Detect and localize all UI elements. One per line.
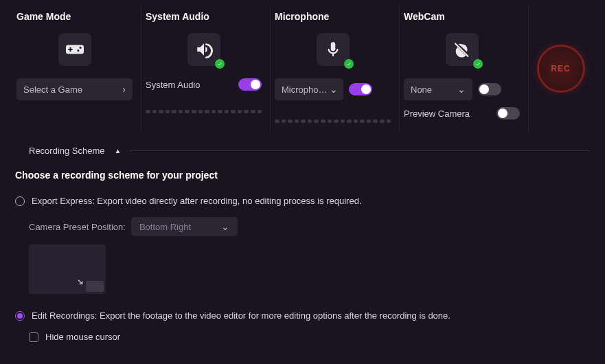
microphone-icon: [317, 33, 350, 66]
scheme-prompt: Choose a recording scheme for your proje…: [15, 170, 590, 181]
camera-preset-preview: ➔: [29, 244, 106, 294]
export-express-radio[interactable]: Export Express: Export video directly af…: [15, 196, 590, 206]
game-mode-title: Game Mode: [16, 11, 71, 22]
preview-camera-label: Preview Camera: [404, 109, 491, 119]
recording-scheme-header[interactable]: Recording Scheme ▲: [0, 139, 605, 160]
caret-up-icon: ▲: [115, 147, 122, 155]
webcam-title: WebCam: [404, 11, 445, 22]
game-mode-column: Game Mode Select a Game ›: [12, 5, 141, 132]
system-audio-meter: [146, 110, 262, 113]
record-column: REC: [529, 5, 593, 132]
chevron-down-icon: ⌄: [457, 84, 466, 95]
microphone-select-label: Microphone A: [282, 84, 330, 95]
system-audio-title: System Audio: [146, 11, 209, 22]
gamepad-icon: [58, 33, 91, 66]
webcam-off-icon: [446, 33, 479, 66]
camera-preset-label: Camera Preset Position:: [29, 222, 126, 232]
hide-mouse-checkbox-row[interactable]: Hide mouse cursor: [15, 332, 590, 342]
camera-preset-block: Camera Preset Position: Bottom Right ⌄ ➔: [15, 217, 590, 294]
webcam-select-label: None: [411, 84, 432, 95]
check-badge-icon: [344, 59, 354, 69]
export-express-label: Export Express: Export video directly af…: [32, 196, 362, 206]
hide-mouse-label: Hide mouse cursor: [45, 332, 120, 342]
record-button[interactable]: REC: [537, 45, 585, 93]
chevron-right-icon: ›: [122, 84, 126, 95]
arrow-icon: ➔: [75, 277, 87, 288]
checkbox-icon: [29, 332, 38, 342]
check-badge-icon: [473, 59, 483, 69]
webcam-dropdown[interactable]: None ⌄: [404, 78, 472, 100]
webcam-toggle[interactable]: [478, 83, 501, 95]
speaker-icon: [187, 33, 220, 66]
system-audio-column: System Audio System Audio: [141, 5, 271, 132]
microphone-column: Microphone Microphone A ⌄: [271, 5, 400, 132]
divider: [130, 150, 590, 151]
edit-recordings-radio[interactable]: Edit Recordings: Export the footage to t…: [15, 310, 590, 321]
camera-preset-dropdown[interactable]: Bottom Right ⌄: [131, 217, 238, 236]
select-game-label: Select a Game: [23, 84, 82, 95]
microphone-title: Microphone: [275, 11, 329, 22]
recording-scheme-body: Choose a recording scheme for your proje…: [0, 160, 605, 353]
select-game-dropdown[interactable]: Select a Game ›: [16, 78, 133, 100]
recording-scheme-label: Recording Scheme: [29, 146, 105, 156]
chevron-down-icon: ⌄: [221, 221, 229, 232]
microphone-dropdown[interactable]: Microphone A ⌄: [275, 78, 343, 100]
system-audio-toggle[interactable]: [238, 78, 262, 91]
camera-preset-value: Bottom Right: [139, 222, 191, 232]
edit-recordings-label: Edit Recordings: Export the footage to t…: [32, 310, 450, 321]
webcam-column: WebCam None ⌄ Preview Camera: [400, 5, 529, 132]
microphone-meter: [275, 120, 391, 123]
system-audio-toggle-label: System Audio: [146, 80, 233, 90]
radio-icon: [15, 196, 25, 206]
microphone-toggle[interactable]: [349, 83, 372, 95]
radio-selected-icon: [15, 311, 25, 321]
camera-position-indicator: [86, 281, 104, 292]
check-badge-icon: [215, 59, 225, 69]
top-panel: Game Mode Select a Game › System Audio S…: [0, 0, 605, 135]
chevron-down-icon: ⌄: [330, 84, 336, 95]
preview-camera-toggle[interactable]: [496, 107, 520, 120]
